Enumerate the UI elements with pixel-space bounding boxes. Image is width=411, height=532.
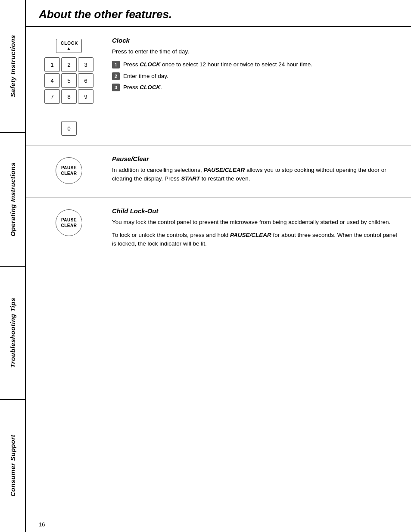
key-5[interactable]: 5 [61, 73, 77, 88]
clock-section: CLOCK ▲ 1 2 3 4 5 6 7 8 9 0 [26, 27, 411, 146]
clock-text-area: Clock Press to enter the time of day. 1 … [103, 37, 398, 94]
key-6[interactable]: 6 [78, 73, 93, 88]
sidebar-section-consumer: Consumer Support [0, 400, 25, 532]
clock-button-label: CLOCK [61, 41, 77, 46]
clock-step-2: 2 Enter time of day. [112, 72, 398, 81]
page-number: 16 [39, 521, 45, 528]
page-title: About the other features. [26, 0, 411, 27]
clock-step-3: 3 Press CLOCK. [112, 83, 398, 92]
sidebar-label-safety: Safety Instructions [9, 35, 16, 97]
page-number-area: 16 [26, 517, 411, 532]
key-9[interactable]: 9 [78, 89, 93, 104]
pause-clear-text-area: Pause/Clear In addition to cancelling se… [103, 155, 398, 188]
child-clear-label: CLEAR [61, 223, 77, 228]
sidebar-label-consumer: Consumer Support [9, 435, 16, 497]
pause-label: PAUSE [61, 165, 77, 171]
clock-step-1: 1 Press CLOCK once to select 12 hour tim… [112, 60, 398, 69]
keypad: 1 2 3 4 5 6 7 8 9 [44, 57, 93, 120]
child-lock-description2: To lock or unlock the controls, press an… [112, 231, 398, 249]
step-number-3: 3 [112, 84, 120, 91]
child-lock-section: PAUSE CLEAR Child Lock-Out You may lock … [26, 198, 411, 262]
child-lock-button[interactable]: PAUSE CLEAR [56, 209, 82, 236]
content-area: CLOCK ▲ 1 2 3 4 5 6 7 8 9 0 [26, 27, 411, 532]
clear-label: CLEAR [61, 171, 77, 176]
clock-arrow-icon: ▲ [61, 46, 77, 51]
step-text-3: Press CLOCK. [123, 83, 162, 92]
spacer [26, 262, 411, 517]
sidebar-section-safety: Safety Instructions [0, 0, 25, 133]
key-4[interactable]: 4 [44, 73, 60, 88]
key-1[interactable]: 1 [44, 57, 60, 72]
sidebar-label-operating: Operating Instructions [9, 162, 16, 236]
child-lock-text-area: Child Lock-Out You may lock the control … [103, 207, 398, 253]
child-lock-description1: You may lock the control panel to preven… [112, 218, 398, 227]
key-7[interactable]: 7 [44, 89, 60, 104]
sidebar-section-operating: Operating Instructions [0, 133, 25, 266]
child-lock-icon-area: PAUSE CLEAR [34, 207, 103, 236]
key-3[interactable]: 3 [78, 57, 93, 72]
sidebar-label-troubleshooting: Troubleshooting Tips [9, 298, 16, 368]
main-content: About the other features. CLOCK ▲ 1 2 3 … [26, 0, 411, 532]
key-2[interactable]: 2 [61, 57, 77, 72]
clock-steps: 1 Press CLOCK once to select 12 hour tim… [112, 60, 398, 92]
clock-description: Press to enter the time of day. [112, 47, 398, 56]
sidebar-section-troubleshooting: Troubleshooting Tips [0, 267, 25, 400]
key-0[interactable]: 0 [61, 121, 77, 136]
key-8[interactable]: 8 [61, 89, 77, 104]
pause-clear-title: Pause/Clear [112, 155, 398, 162]
step-text-1: Press CLOCK once to select 12 hour time … [123, 60, 312, 69]
clock-icon-area: CLOCK ▲ 1 2 3 4 5 6 7 8 9 0 [34, 37, 103, 136]
pause-clear-description: In addition to cancelling selections, PA… [112, 166, 398, 184]
clock-button[interactable]: CLOCK ▲ [56, 39, 82, 53]
child-lock-title: Child Lock-Out [112, 207, 398, 215]
clock-title: Clock [112, 37, 398, 44]
pause-clear-icon-area: PAUSE CLEAR [34, 155, 103, 184]
step-number-2: 2 [112, 72, 120, 80]
step-text-2: Enter time of day. [123, 72, 168, 81]
child-pause-label: PAUSE [61, 217, 77, 223]
pause-clear-section: PAUSE CLEAR Pause/Clear In addition to c… [26, 146, 411, 198]
pause-clear-button[interactable]: PAUSE CLEAR [56, 157, 82, 184]
step-number-1: 1 [112, 61, 120, 68]
sidebar: Safety Instructions Operating Instructio… [0, 0, 26, 532]
